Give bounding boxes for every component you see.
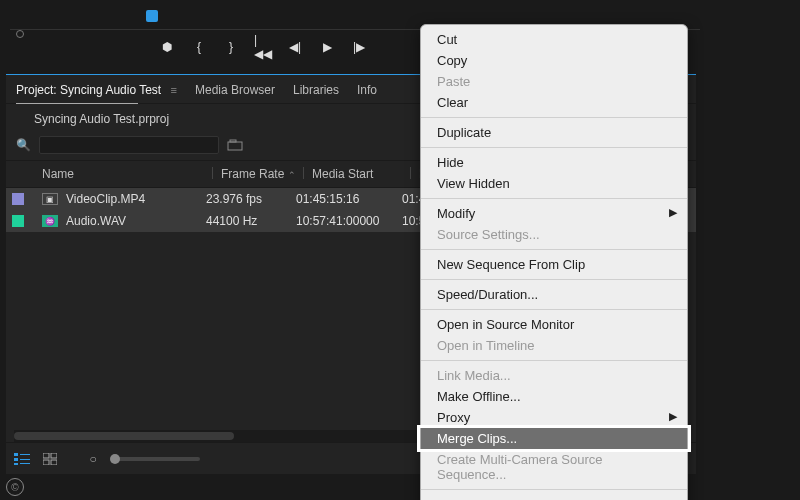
creative-cloud-icon[interactable]: ©	[6, 478, 24, 496]
ctx-open-in-timeline: Open in Timeline	[421, 335, 687, 356]
svg-rect-6	[14, 463, 18, 465]
ctx-view-hidden[interactable]: View Hidden	[421, 173, 687, 194]
mark-out-button[interactable]: }	[224, 40, 238, 54]
in-point-handle[interactable]	[16, 30, 24, 38]
submenu-arrow-icon: ▶	[669, 410, 677, 423]
svg-rect-1	[230, 140, 236, 142]
ctx-proxy[interactable]: Proxy▶	[421, 407, 687, 428]
ctx-open-in-source-monitor[interactable]: Open in Source Monitor	[421, 314, 687, 335]
tab-project[interactable]: Project: Syncing Audio Test ≡	[16, 83, 177, 97]
ctx-modify[interactable]: Modify▶	[421, 203, 687, 224]
search-icon[interactable]: 🔍	[16, 138, 31, 152]
tab-info[interactable]: Info	[357, 83, 377, 97]
icon-view-icon[interactable]	[42, 452, 58, 466]
label-swatch[interactable]	[12, 215, 24, 227]
zoom-min-icon: ○	[88, 452, 98, 466]
col-header-frame-rate[interactable]: Frame Rate⌃	[213, 167, 303, 181]
clip-name: VideoClip.MP4	[66, 192, 206, 206]
ctx-copy[interactable]: Copy	[421, 50, 687, 71]
step-forward-button[interactable]: |▶	[352, 40, 366, 54]
context-menu-separator	[421, 198, 687, 199]
clip-context-menu: CutCopyPasteClearDuplicateHideView Hidde…	[420, 24, 688, 500]
transport-controls: ⬢ { } |◀◀ ◀| ▶ |▶	[160, 40, 366, 54]
svg-rect-2	[14, 453, 18, 456]
clip-media-start: 01:45:15:16	[296, 192, 402, 206]
ctx-hide[interactable]: Hide	[421, 152, 687, 173]
svg-rect-3	[20, 454, 30, 455]
col-header-name[interactable]: Name	[42, 167, 212, 181]
svg-rect-0	[228, 142, 242, 150]
ctx-new-sequence-from-clip[interactable]: New Sequence From Clip	[421, 254, 687, 275]
clip-frame-rate: 23.976 fps	[206, 192, 296, 206]
ctx-cut[interactable]: Cut	[421, 29, 687, 50]
tab-project-label: Project: Syncing Audio Test	[16, 83, 161, 97]
goto-in-button[interactable]: |◀◀	[256, 40, 270, 54]
ctx-source-settings: Source Settings...	[421, 224, 687, 245]
context-menu-separator	[421, 360, 687, 361]
svg-rect-10	[43, 460, 49, 465]
thumbnail-zoom-slider[interactable]	[110, 457, 200, 461]
ctx-clear[interactable]: Clear	[421, 92, 687, 113]
label-swatch[interactable]	[12, 193, 24, 205]
list-view-icon[interactable]	[14, 452, 30, 466]
panel-menu-icon[interactable]: ≡	[171, 84, 177, 96]
clip-frame-rate: 44100 Hz	[206, 214, 296, 228]
col-header-media-start[interactable]: Media Start	[304, 167, 410, 181]
search-input[interactable]	[39, 136, 219, 154]
ctx-paste: Paste	[421, 71, 687, 92]
play-button[interactable]: ▶	[320, 40, 334, 54]
context-menu-separator	[421, 249, 687, 250]
ctx-speed-duration[interactable]: Speed/Duration...	[421, 284, 687, 305]
video-clip-icon: ▣	[42, 193, 58, 205]
svg-rect-9	[51, 453, 57, 458]
ctx-duplicate[interactable]: Duplicate	[421, 122, 687, 143]
svg-rect-5	[20, 459, 30, 460]
svg-rect-11	[51, 460, 57, 465]
clip-media-start: 10:57:41:00000	[296, 214, 402, 228]
context-menu-separator	[421, 117, 687, 118]
zoom-slider-thumb[interactable]	[110, 454, 120, 464]
clip-name: Audio.WAV	[66, 214, 206, 228]
playhead-marker[interactable]	[146, 10, 158, 22]
ctx-create-multi-camera-source-sequence: Create Multi-Camera Source Sequence...	[421, 449, 687, 485]
ctx-link-media: Link Media...	[421, 365, 687, 386]
submenu-arrow-icon: ▶	[669, 206, 677, 219]
audio-clip-icon: ♒	[42, 215, 58, 227]
tab-libraries[interactable]: Libraries	[293, 83, 339, 97]
svg-rect-8	[43, 453, 49, 458]
tab-media-browser[interactable]: Media Browser	[195, 83, 275, 97]
svg-rect-4	[14, 458, 18, 461]
context-menu-separator	[421, 147, 687, 148]
marker-icon[interactable]: ⬢	[160, 40, 174, 54]
svg-rect-7	[20, 463, 30, 464]
ctx-disable-masterclip-effects: Disable Masterclip Effects	[421, 494, 687, 500]
context-menu-separator	[421, 489, 687, 490]
sort-caret-icon: ⌃	[288, 170, 296, 180]
bin-filter-icon[interactable]	[227, 138, 243, 152]
step-back-button[interactable]: ◀|	[288, 40, 302, 54]
col-header-frame-rate-label: Frame Rate	[221, 167, 284, 181]
ctx-make-offline[interactable]: Make Offline...	[421, 386, 687, 407]
context-menu-separator	[421, 279, 687, 280]
context-menu-separator	[421, 309, 687, 310]
mark-in-button[interactable]: {	[192, 40, 206, 54]
ctx-merge-clips[interactable]: Merge Clips...	[421, 428, 687, 449]
scrollbar-thumb[interactable]	[14, 432, 234, 440]
